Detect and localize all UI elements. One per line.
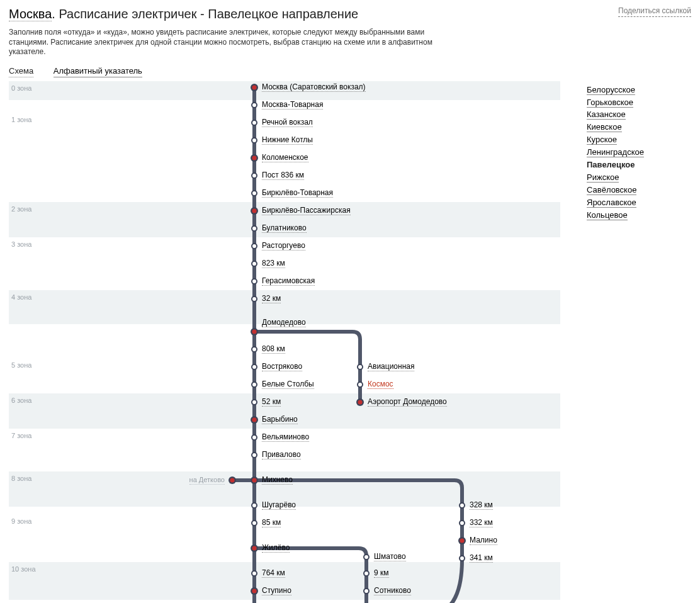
station-node[interactable]: [251, 476, 258, 484]
city-link[interactable]: Москва: [9, 7, 52, 21]
station-node[interactable]: [251, 502, 257, 509]
station-link[interactable]: Ступино: [262, 586, 291, 596]
svg-point-23: [252, 279, 256, 283]
share-link[interactable]: Поделиться ссылкой: [618, 6, 691, 17]
station-link[interactable]: Москва (Саратовский вокзал): [262, 82, 366, 93]
direction-item[interactable]: Павелецкое: [587, 160, 644, 171]
station-link[interactable]: Малино: [470, 536, 497, 546]
station-link[interactable]: Шугарёво: [262, 500, 296, 510]
station-link[interactable]: Михнево: [262, 475, 293, 485]
direction-item[interactable]: Белорусское: [587, 85, 644, 96]
station-node[interactable]: [251, 225, 257, 232]
station-link[interactable]: 823 км: [262, 259, 285, 269]
station-link[interactable]: Привалово: [262, 450, 301, 460]
station-node[interactable]: [357, 364, 363, 370]
station-link[interactable]: Пост 836 км: [262, 171, 304, 181]
direction-item[interactable]: Горьковское: [587, 98, 644, 108]
direction-label: Курское: [587, 135, 617, 145]
svg-point-41: [252, 453, 256, 457]
station-node[interactable]: [251, 207, 258, 215]
station-node[interactable]: [363, 588, 370, 594]
direction-item[interactable]: Киевское: [587, 122, 644, 133]
station-link[interactable]: Москва-Товарная: [262, 100, 323, 110]
station-link[interactable]: Белые Столбы: [262, 380, 314, 390]
direction-item[interactable]: Савёловское: [587, 185, 644, 196]
tab-alpha[interactable]: Алфавитный указатель: [54, 66, 142, 77]
station-node[interactable]: [251, 452, 257, 458]
station-link[interactable]: 332 км: [470, 518, 493, 528]
station-node[interactable]: [251, 296, 257, 302]
page-description: Заполнив поля «откуда» и «куда», можно у…: [9, 28, 462, 57]
station-link[interactable]: Булатниково: [262, 223, 307, 234]
station-node[interactable]: [251, 399, 257, 405]
station-node[interactable]: [251, 570, 257, 577]
direction-item[interactable]: Кольцевое: [587, 210, 644, 221]
station-link[interactable]: 52 км: [262, 397, 281, 407]
station-link[interactable]: 328 км: [470, 500, 493, 510]
station-link[interactable]: Расторгуево: [262, 241, 305, 251]
station-link[interactable]: 85 км: [262, 518, 281, 528]
svg-point-69: [460, 556, 464, 560]
station-link[interactable]: Сотниково: [374, 586, 411, 596]
station-node[interactable]: [459, 555, 465, 561]
direction-label: Киевское: [587, 122, 622, 132]
station-node[interactable]: [363, 570, 370, 577]
station-node[interactable]: [251, 137, 257, 144]
station-link[interactable]: 808 км: [262, 344, 285, 354]
station-link[interactable]: Востряково: [262, 362, 302, 372]
station-node[interactable]: [251, 261, 257, 267]
station-node[interactable]: [251, 520, 257, 526]
station-node[interactable]: [459, 502, 465, 509]
station-node[interactable]: [251, 84, 258, 91]
station-link[interactable]: 9 км: [374, 568, 389, 578]
station-link[interactable]: Домодедово: [262, 318, 306, 328]
station-link[interactable]: Нижние Котлы: [262, 135, 313, 145]
station-link[interactable]: Речной вокзал: [262, 118, 313, 128]
station-link[interactable]: Вельяминово: [262, 432, 309, 442]
station-node[interactable]: [459, 520, 465, 526]
station-node[interactable]: [251, 278, 257, 285]
station-link[interactable]: Барыбино: [262, 415, 298, 425]
svg-point-15: [252, 208, 256, 213]
station-link[interactable]: Бирюлёво-Пассажирская: [262, 206, 351, 216]
station-link[interactable]: Бирюлёво-Товарная: [262, 188, 333, 198]
station-node[interactable]: [458, 537, 466, 544]
station-node[interactable]: [251, 544, 258, 552]
direction-item[interactable]: Казанское: [587, 110, 644, 120]
svg-point-19: [252, 244, 256, 248]
station-link[interactable]: Герасимовская: [262, 276, 315, 286]
station-node[interactable]: [251, 587, 258, 595]
station-link[interactable]: Коломенское: [262, 153, 308, 163]
station-label: Булатниково: [262, 223, 307, 233]
direction-item[interactable]: Рижское: [587, 172, 644, 183]
station-node[interactable]: [251, 416, 258, 424]
station-node[interactable]: [363, 554, 370, 560]
station-node[interactable]: [251, 381, 257, 388]
direction-item[interactable]: Курское: [587, 135, 644, 145]
station-node[interactable]: [251, 346, 257, 352]
station-link[interactable]: Жилёво: [262, 543, 290, 553]
direction-item[interactable]: Ленинградское: [587, 147, 644, 158]
station-node[interactable]: [356, 398, 364, 406]
station-node[interactable]: [229, 476, 236, 484]
branch-side-label[interactable]: на Детково: [189, 475, 225, 485]
tab-scheme[interactable]: Схема: [9, 66, 33, 77]
station-link[interactable]: Космос: [368, 380, 393, 390]
station-link[interactable]: Аэропорт Домодедово: [368, 397, 447, 407]
station-link[interactable]: 764 км: [262, 568, 285, 578]
station-node[interactable]: [251, 102, 257, 108]
station-node[interactable]: [251, 190, 257, 196]
station-node[interactable]: [251, 172, 257, 179]
station-node[interactable]: [357, 381, 363, 388]
station-link[interactable]: Авиационная: [368, 362, 414, 372]
station-node[interactable]: [251, 328, 258, 335]
direction-item[interactable]: Ярославское: [587, 198, 644, 208]
station-link[interactable]: 32 км: [262, 294, 281, 304]
station-node[interactable]: [251, 120, 257, 126]
station-node[interactable]: [251, 154, 258, 162]
station-node[interactable]: [251, 434, 257, 441]
station-node[interactable]: [251, 364, 257, 370]
station-link[interactable]: Шматово: [374, 552, 406, 562]
station-node[interactable]: [251, 243, 257, 249]
station-link[interactable]: 341 км: [470, 553, 493, 563]
